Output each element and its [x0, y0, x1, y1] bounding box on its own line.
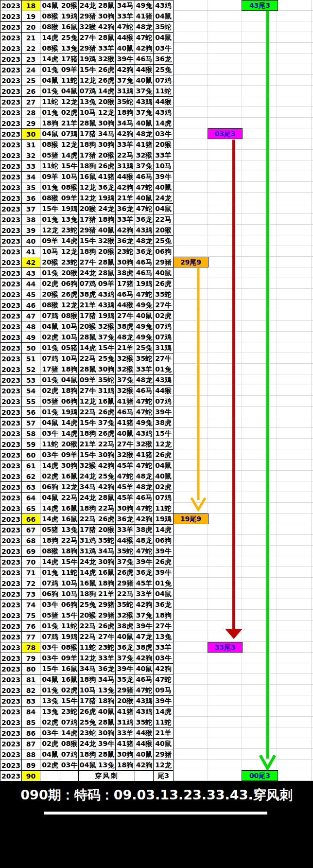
table-row: 20233409羊10马16鼠41猪44猴46马39牛: [0, 172, 174, 182]
number-cell: 19鸡: [79, 54, 97, 65]
number-cell: 17猪: [79, 696, 97, 707]
number-cell: 04鼠: [40, 321, 60, 332]
number-cell: 16鼠: [60, 664, 79, 674]
special-number-cell: 06狗: [154, 247, 174, 257]
number-cell: 46马: [135, 257, 154, 268]
number-cell: 27牛: [79, 386, 97, 396]
number-cell: 48龙: [135, 471, 154, 482]
number-cell: 18狗: [79, 247, 97, 257]
number-cell: 39牛: [116, 664, 135, 674]
number-cell: 35蛇: [97, 535, 116, 546]
table-row: 20235505猪06狗12龙16鼠41猪47蛇07鸡: [0, 396, 174, 407]
number-cell: 48龙: [135, 236, 154, 247]
year-cell: 2023: [0, 375, 22, 386]
number-cell: 01兔: [40, 65, 60, 75]
number-cell: 22马: [116, 589, 135, 600]
number-cell: 16鼠: [60, 471, 79, 482]
table-row: 20237803牛08猴11蛇23蛇36龙38虎33羊: [0, 642, 174, 653]
number-cell: 33羊: [116, 728, 135, 739]
year-cell: 2023: [0, 525, 22, 535]
number-cell: 19鸡: [60, 407, 79, 418]
number-cell: 21羊: [79, 439, 97, 450]
table-row: 20234301兔20猴24龙28鼠38虎46马40鼠: [0, 268, 174, 279]
number-cell: 09羊: [60, 450, 79, 461]
number-cell: 47蛇: [135, 461, 154, 471]
number-cell: 05猪: [40, 525, 60, 535]
number-cell: 03牛: [40, 642, 60, 653]
number-cell: 27牛: [116, 439, 135, 450]
number-cell: 41猪: [116, 707, 135, 717]
year-cell: 2023: [0, 739, 22, 749]
number-cell: 32猴: [116, 354, 135, 364]
year-cell: 2023: [0, 674, 22, 685]
period-cell: 71: [22, 567, 40, 578]
number-cell: 10马: [60, 354, 79, 364]
number-cell: 19鸡: [60, 204, 79, 214]
table-row: 20234110马12龙18狗20猴23蛇36龙06狗: [0, 247, 174, 257]
number-cell: 14虎: [60, 150, 79, 161]
number-cell: 42狗: [135, 43, 154, 54]
number-cell: 47蛇: [135, 396, 154, 407]
number-cell: 39牛: [97, 739, 116, 749]
table-row: 20237505猪15牛20猴29猪32猴37兔18狗: [0, 610, 174, 621]
period-cell: 48: [22, 321, 40, 332]
number-cell: 19鸡: [60, 632, 79, 642]
number-cell: 39牛: [116, 54, 135, 65]
lottery-table: 20231804鼠20猴24龙28鼠34马49兔43鸡20231908猴19鸡2…: [0, 0, 174, 781]
number-cell: 37兔: [135, 161, 154, 172]
number-cell: 17猪: [79, 150, 97, 161]
year-cell: 2023: [0, 461, 22, 471]
number-cell: 44猴: [116, 300, 135, 311]
number-cell: 46马: [135, 493, 154, 503]
table-row: 20236705猪13兔17猪20猴33羊38虎14虎: [0, 525, 174, 535]
special-number-cell: 27牛: [154, 300, 174, 311]
number-cell: 22马: [60, 535, 79, 546]
number-cell: 19鸡: [97, 193, 116, 204]
period-cell: 52: [22, 364, 40, 375]
number-cell: 17猪: [116, 279, 135, 289]
special-number-cell: 22马: [154, 214, 174, 225]
year-cell: 2023: [0, 289, 22, 300]
period-cell: 39: [22, 225, 40, 236]
number-cell: 23蛇: [60, 225, 79, 236]
number-cell: 26虎: [60, 289, 79, 300]
number-cell: 30狗: [97, 728, 116, 739]
number-cell: 49兔: [135, 300, 154, 311]
number-cell: 11蛇: [40, 439, 60, 450]
number-cell: 13兔: [60, 525, 79, 535]
number-cell: 38虎: [135, 525, 154, 535]
period-cell: 58: [22, 428, 40, 439]
number-cell: 37兔: [97, 418, 116, 428]
number-cell: 43鸡: [97, 300, 116, 311]
number-cell: 19鸡: [135, 279, 154, 289]
table-row: 20236614虎16鼠22马26虎36龙42狗19鸡: [0, 514, 174, 525]
table-row: 202390穿风刺尾3: [0, 771, 174, 781]
number-cell: 45羊: [116, 493, 135, 503]
number-cell: 16鼠: [60, 514, 79, 525]
special-number-cell: 39牛: [154, 567, 174, 578]
merged-note-cell: 穿风刺: [79, 771, 135, 781]
number-cell: 14虎: [60, 236, 79, 247]
number-cell: 32猴: [97, 54, 116, 65]
table-row: 20232008猴16鼠32猴42狗47蛇48龙35蛇: [0, 22, 174, 33]
year-cell: 2023: [0, 439, 22, 450]
number-cell: 02虎: [40, 717, 60, 728]
year-cell: 2023: [0, 771, 22, 781]
number-cell: 47蛇: [135, 289, 154, 300]
year-cell: 2023: [0, 161, 22, 172]
table-row: 20235402虎18狗27牛31鸡32猴46马44猴: [0, 386, 174, 396]
number-cell: 09羊: [60, 653, 79, 664]
year-cell: 2023: [0, 311, 22, 321]
year-cell: 2023: [0, 482, 22, 493]
number-cell: 12龙: [60, 247, 79, 257]
number-cell: 40鼠: [97, 225, 116, 236]
footer-summary: 090期：特码：09.03.13.23.33.43.穿风刺: [0, 786, 313, 804]
year-cell: 2023: [0, 503, 22, 514]
period-cell: 82: [22, 685, 40, 696]
number-cell: 36龙: [116, 642, 135, 653]
year-cell: 2023: [0, 471, 22, 482]
number-cell: 13兔: [40, 707, 60, 717]
number-cell: 40鼠: [116, 428, 135, 439]
number-cell: 26虎: [97, 621, 116, 632]
number-cell: 12龙: [79, 182, 97, 193]
